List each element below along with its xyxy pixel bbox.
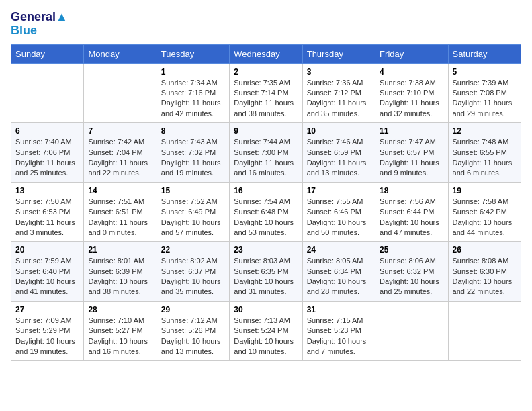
day-number: 24 (307, 245, 371, 255)
sunrise-text: Sunrise: 7:10 AM (88, 316, 144, 324)
daylight-text: Daylight: 10 hours and 7 minutes. (307, 337, 367, 355)
weekday-header-thursday: Thursday (302, 44, 375, 63)
day-info: Sunrise: 7:51 AMSunset: 6:51 PMDaylight:… (88, 197, 152, 238)
sunrise-text: Sunrise: 7:42 AM (88, 138, 144, 146)
sunset-text: Sunset: 7:02 PM (161, 148, 216, 156)
day-number: 20 (15, 245, 79, 255)
sunrise-text: Sunrise: 7:12 AM (161, 316, 218, 324)
daylight-text: Daylight: 10 hours and 28 minutes. (307, 277, 367, 295)
daylight-text: Daylight: 10 hours and 10 minutes. (234, 337, 294, 355)
sunrise-text: Sunrise: 7:39 AM (453, 79, 509, 87)
sunset-text: Sunset: 6:32 PM (380, 267, 434, 275)
sunset-text: Sunset: 6:35 PM (234, 267, 288, 275)
day-number: 17 (307, 186, 371, 195)
logo: General▲ Blue (11, 11, 68, 38)
calendar-cell: 20Sunrise: 7:59 AMSunset: 6:40 PMDayligh… (11, 242, 84, 302)
sunrise-text: Sunrise: 8:02 AM (161, 257, 218, 265)
calendar-cell: 12Sunrise: 7:48 AMSunset: 6:55 PMDayligh… (448, 123, 521, 183)
calendar-cell (448, 301, 521, 361)
sunrise-text: Sunrise: 8:06 AM (380, 257, 436, 265)
day-number: 25 (380, 245, 443, 255)
calendar-cell: 13Sunrise: 7:50 AMSunset: 6:53 PMDayligh… (11, 182, 84, 242)
day-number: 11 (380, 126, 443, 136)
sunrise-text: Sunrise: 7:46 AM (307, 138, 363, 146)
daylight-text: Daylight: 10 hours and 25 minutes. (380, 277, 439, 295)
calendar-cell: 27Sunrise: 7:09 AMSunset: 5:29 PMDayligh… (11, 301, 84, 361)
day-number: 6 (15, 126, 79, 136)
sunset-text: Sunset: 6:51 PM (88, 208, 142, 216)
sunrise-text: Sunrise: 7:56 AM (380, 197, 436, 205)
sunrise-text: Sunrise: 7:34 AM (161, 79, 218, 87)
day-info: Sunrise: 7:43 AMSunset: 7:02 PMDaylight:… (161, 137, 225, 179)
sunrise-text: Sunrise: 8:05 AM (307, 257, 363, 265)
day-info: Sunrise: 7:40 AMSunset: 7:06 PMDaylight:… (15, 137, 79, 179)
calendar-cell (11, 63, 84, 123)
day-info: Sunrise: 7:48 AMSunset: 6:55 PMDaylight:… (453, 137, 517, 179)
calendar-cell: 4Sunrise: 7:38 AMSunset: 7:10 PMDaylight… (375, 63, 448, 123)
day-number: 19 (453, 186, 517, 195)
day-info: Sunrise: 8:03 AMSunset: 6:35 PMDaylight:… (234, 256, 298, 298)
daylight-text: Daylight: 10 hours and 47 minutes. (380, 218, 439, 236)
sunrise-text: Sunrise: 7:36 AM (307, 79, 363, 87)
calendar-cell: 3Sunrise: 7:36 AMSunset: 7:12 PMDaylight… (302, 63, 375, 123)
day-number: 7 (88, 126, 152, 136)
day-number: 18 (380, 186, 443, 195)
sunset-text: Sunset: 7:00 PM (234, 148, 288, 156)
day-number: 3 (307, 67, 371, 77)
day-info: Sunrise: 8:06 AMSunset: 6:32 PMDaylight:… (380, 256, 443, 298)
calendar-cell: 9Sunrise: 7:44 AMSunset: 7:00 PMDaylight… (230, 123, 302, 183)
sunset-text: Sunset: 7:14 PM (234, 89, 288, 97)
daylight-text: Daylight: 11 hours and 6 minutes. (453, 158, 513, 177)
calendar-cell: 2Sunrise: 7:35 AMSunset: 7:14 PMDaylight… (230, 63, 302, 123)
day-info: Sunrise: 7:35 AMSunset: 7:14 PMDaylight:… (234, 78, 298, 120)
daylight-text: Daylight: 11 hours and 35 minutes. (307, 99, 367, 117)
sunset-text: Sunset: 5:26 PM (161, 326, 216, 334)
sunset-text: Sunset: 6:55 PM (453, 148, 507, 156)
day-info: Sunrise: 7:52 AMSunset: 6:49 PMDaylight:… (161, 197, 225, 238)
day-info: Sunrise: 8:08 AMSunset: 6:30 PMDaylight:… (453, 256, 517, 298)
sunrise-text: Sunrise: 7:47 AM (380, 138, 436, 146)
day-number: 23 (234, 245, 298, 255)
logo-text: General▲ (11, 11, 68, 24)
day-number: 1 (161, 67, 225, 77)
weekday-header-monday: Monday (84, 44, 157, 63)
daylight-text: Daylight: 10 hours and 35 minutes. (161, 277, 221, 295)
weekday-header-row: SundayMondayTuesdayWednesdayThursdayFrid… (11, 44, 521, 63)
day-number: 2 (234, 67, 298, 77)
calendar-cell: 8Sunrise: 7:43 AMSunset: 7:02 PMDaylight… (157, 123, 229, 183)
day-number: 27 (15, 305, 79, 314)
daylight-text: Daylight: 11 hours and 25 minutes. (15, 158, 75, 177)
sunset-text: Sunset: 6:53 PM (15, 208, 70, 216)
day-info: Sunrise: 7:59 AMSunset: 6:40 PMDaylight:… (15, 256, 79, 298)
calendar-week-2: 6Sunrise: 7:40 AMSunset: 7:06 PMDaylight… (11, 123, 521, 183)
day-info: Sunrise: 8:01 AMSunset: 6:39 PMDaylight:… (88, 256, 152, 298)
day-number: 15 (161, 186, 225, 195)
calendar-cell: 21Sunrise: 8:01 AMSunset: 6:39 PMDayligh… (84, 242, 157, 302)
calendar-cell: 22Sunrise: 8:02 AMSunset: 6:37 PMDayligh… (157, 242, 229, 302)
daylight-text: Daylight: 10 hours and 41 minutes. (15, 277, 75, 295)
calendar-cell: 15Sunrise: 7:52 AMSunset: 6:49 PMDayligh… (157, 182, 229, 242)
day-info: Sunrise: 7:54 AMSunset: 6:48 PMDaylight:… (234, 197, 298, 238)
day-info: Sunrise: 7:50 AMSunset: 6:53 PMDaylight:… (15, 197, 79, 238)
calendar-cell: 1Sunrise: 7:34 AMSunset: 7:16 PMDaylight… (157, 63, 229, 123)
sunset-text: Sunset: 7:04 PM (88, 148, 142, 156)
calendar-table: SundayMondayTuesdayWednesdayThursdayFrid… (11, 44, 521, 361)
day-info: Sunrise: 8:02 AMSunset: 6:37 PMDaylight:… (161, 256, 225, 298)
day-number: 16 (234, 186, 298, 195)
sunset-text: Sunset: 5:27 PM (88, 326, 142, 334)
sunset-text: Sunset: 6:40 PM (15, 267, 70, 275)
sunrise-text: Sunrise: 7:52 AM (161, 197, 218, 205)
sunset-text: Sunset: 6:48 PM (234, 208, 288, 216)
calendar-body: 1Sunrise: 7:34 AMSunset: 7:16 PMDaylight… (11, 63, 521, 361)
day-info: Sunrise: 7:36 AMSunset: 7:12 PMDaylight:… (307, 78, 371, 120)
calendar-week-4: 20Sunrise: 7:59 AMSunset: 6:40 PMDayligh… (11, 242, 521, 302)
daylight-text: Daylight: 11 hours and 32 minutes. (380, 99, 439, 117)
calendar-cell: 7Sunrise: 7:42 AMSunset: 7:04 PMDaylight… (84, 123, 157, 183)
daylight-text: Daylight: 10 hours and 13 minutes. (161, 337, 221, 355)
day-info: Sunrise: 7:34 AMSunset: 7:16 PMDaylight:… (161, 78, 225, 120)
daylight-text: Daylight: 11 hours and 9 minutes. (380, 158, 439, 177)
day-info: Sunrise: 7:38 AMSunset: 7:10 PMDaylight:… (380, 78, 443, 120)
sunset-text: Sunset: 5:24 PM (234, 326, 288, 334)
day-number: 30 (234, 305, 298, 314)
sunrise-text: Sunrise: 7:44 AM (234, 138, 290, 146)
